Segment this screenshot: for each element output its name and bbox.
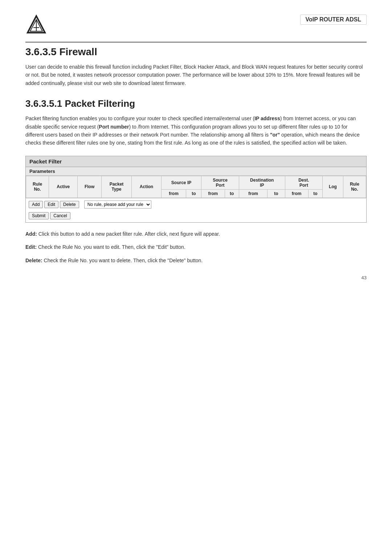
desc-edit: Edit: Check the Rule No. you want to edi… [25, 243, 367, 251]
th-source-port-to: to [225, 189, 239, 198]
submit-cancel-row: Submit Cancel [26, 211, 366, 222]
add-button[interactable]: Add [29, 201, 43, 208]
header-divider [25, 42, 367, 42]
page-container: VoIP ROUTER ADSL 3.6.3.5 Firewall User c… [0, 0, 392, 291]
subsection-description: Packet filtering function enables you to… [25, 114, 367, 147]
desc-edit-text: Check the Rule No. you want to edit. The… [38, 244, 185, 250]
th-dest-port-to: to [308, 189, 322, 198]
th-source-ip: Source IP [161, 176, 201, 189]
th-source-ip-to: to [186, 189, 201, 198]
desc-add: Add: Click this button to add a new pack… [25, 230, 367, 238]
brand-name: VoIP ROUTER ADSL [300, 15, 367, 25]
th-rule-no-2: RuleNo. [343, 176, 366, 198]
rule-select-wrapper: No rule, please add your rule [84, 200, 151, 208]
params-label: Parameters [26, 167, 366, 176]
th-flow: Flow [78, 176, 101, 198]
th-dest-port: Dest.Port [285, 176, 323, 189]
th-source-port: SourcePort [201, 176, 239, 189]
th-source-ip-from: from [161, 189, 186, 198]
section-title: 3.6.3.5 Firewall [25, 46, 367, 58]
th-rule-no: RuleNo. [26, 176, 49, 198]
desc-add-label: Add: [25, 231, 37, 237]
desc-delete: Delete: Check the Rule No. you want to d… [25, 256, 367, 264]
subsection-title: 3.6.3.5.1 Packet Filtering [25, 98, 367, 109]
packet-filter-title: Packet Filter [26, 156, 366, 167]
pf-controls-row: Add Edit Delete No rule, please add your… [26, 198, 366, 211]
delete-button[interactable]: Delete [60, 201, 79, 208]
desc-add-text: Click this button to add a new packet fi… [38, 231, 220, 237]
th-source-port-from: from [201, 189, 225, 198]
th-log: Log [323, 176, 343, 198]
packet-filter-box: Packet Filter Parameters RuleNo. Active … [25, 156, 367, 223]
logo-area [25, 15, 47, 35]
th-destination-ip: DestinationIP [239, 176, 285, 189]
page-header: VoIP ROUTER ADSL [25, 15, 367, 35]
th-action: Action [132, 176, 161, 198]
th-active: Active [49, 176, 78, 198]
edit-button[interactable]: Edit [44, 201, 58, 208]
packet-filter-table: RuleNo. Active Flow PacketType Action So… [26, 176, 366, 198]
desc-delete-text: Check the Rule No. you want to delete. T… [44, 258, 203, 263]
th-dest-ip-from: from [239, 189, 268, 198]
th-dest-port-from: from [285, 189, 308, 198]
table-header-row1: RuleNo. Active Flow PacketType Action So… [26, 176, 366, 189]
desc-delete-label: Delete: [25, 258, 42, 263]
page-number: 43 [362, 275, 367, 280]
submit-button[interactable]: Submit [29, 212, 49, 219]
th-packet-type: PacketType [101, 176, 132, 198]
rule-select[interactable]: No rule, please add your rule [84, 200, 151, 208]
section-description: User can decide to enable this firewall … [25, 63, 367, 87]
desc-edit-label: Edit: [25, 244, 37, 250]
th-dest-ip-to: to [268, 189, 285, 198]
logo-icon [25, 15, 47, 35]
cancel-button[interactable]: Cancel [50, 212, 70, 219]
